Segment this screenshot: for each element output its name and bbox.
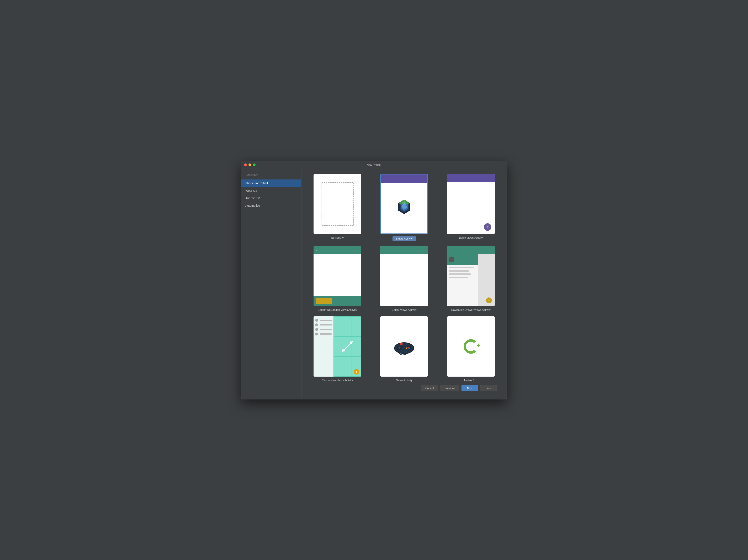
empty-views-header: ← <box>380 246 428 254</box>
bottom-navigation-bar <box>313 296 361 306</box>
overflow-menu-icon: ⋮ <box>449 248 452 252</box>
sidebar-item-android-tv[interactable]: Android TV <box>241 194 301 202</box>
template-label-no-activity: No Activity <box>331 236 344 239</box>
list-line <box>320 320 332 321</box>
nav-drawer-header: ⋮ <box>447 246 495 254</box>
template-preview-basic-views: ← ⋮ + <box>447 174 495 234</box>
template-preview-native-cpp <box>447 316 495 376</box>
game-preview-content <box>380 316 428 376</box>
template-no-activity[interactable]: No Activity <box>306 174 368 241</box>
empty-views-mockup: ← <box>380 246 428 306</box>
window-controls <box>244 164 256 166</box>
basic-views-mockup: ← ⋮ + <box>447 174 495 234</box>
template-preview-nav-drawer: ⋮ <box>447 246 495 306</box>
responsive-grid-panel <box>333 316 361 376</box>
templates-grid: No Activity ← <box>306 174 502 382</box>
previous-button[interactable]: Previous <box>440 385 460 391</box>
back-arrow-icon: ← <box>449 176 452 180</box>
main-content: No Activity ← <box>302 169 507 399</box>
nav-item-line-1 <box>449 267 474 268</box>
template-bottom-nav-activity[interactable]: ← ⋮ Bottom Navigation Views Activity <box>306 246 368 311</box>
sidebar-section-label: Templates <box>241 172 301 179</box>
nav-drawer-content: + <box>447 254 495 306</box>
minimize-button[interactable] <box>249 164 251 166</box>
empty-activity-mockup: ← <box>381 174 427 234</box>
sidebar-item-phone-and-tablet[interactable]: Phone and Tablet <box>241 179 301 187</box>
template-label-basic-views: Basic Views Activity <box>459 236 483 239</box>
game-controller-icon <box>393 338 416 355</box>
svg-point-20 <box>400 343 403 345</box>
template-preview-empty-views: ← <box>380 246 428 306</box>
overflow-menu-icon: ⋮ <box>356 248 359 252</box>
template-label-bottom-nav: Bottom Navigation Views Activity <box>318 308 357 311</box>
template-label-game: Game Activity <box>396 379 412 382</box>
list-dot <box>315 319 318 322</box>
responsive-list-item-3 <box>315 328 332 331</box>
nav-drawer-mockup: ⋮ <box>447 246 495 306</box>
close-button[interactable] <box>244 164 247 166</box>
responsive-list-panel <box>313 316 334 376</box>
back-arrow-icon: ← <box>382 248 385 252</box>
back-arrow-icon: ← <box>315 248 319 252</box>
svg-rect-22 <box>478 344 479 347</box>
list-dot <box>315 333 318 336</box>
template-label-empty-views: Empty Views Activity <box>392 308 417 311</box>
list-line <box>320 324 332 325</box>
nav-drawer-fab: + <box>486 297 492 303</box>
template-empty-activity[interactable]: ← <box>373 174 435 241</box>
svg-point-13 <box>406 346 412 350</box>
template-label-nav-drawer: Navigation Drawer Views Activity <box>451 308 491 311</box>
svg-point-18 <box>407 348 409 349</box>
sidebar-item-automotive[interactable]: Automotive <box>241 202 301 210</box>
no-activity-dashed-box <box>321 182 354 226</box>
next-button[interactable]: Next <box>462 385 478 391</box>
svg-point-17 <box>409 347 411 349</box>
responsive-list-item-2 <box>315 323 332 326</box>
template-empty-views-activity[interactable]: ← Empty Views Activity <box>373 246 435 311</box>
cpp-logo-icon <box>461 337 481 356</box>
responsive-list-item-1 <box>315 319 332 322</box>
template-label-native-cpp: Native C++ <box>464 379 478 382</box>
maximize-button[interactable] <box>253 164 256 166</box>
template-nav-drawer-activity[interactable]: ⋮ <box>440 246 502 311</box>
sidebar-item-wear-os[interactable]: Wear OS <box>241 187 301 194</box>
template-preview-game <box>380 316 428 376</box>
cpp-preview-content <box>447 316 495 376</box>
nav-item-line-2 <box>449 270 469 272</box>
nav-drawer-panel <box>447 254 478 306</box>
fab-button: + <box>484 223 491 231</box>
template-label-responsive: Responsive Views Activity <box>322 379 353 382</box>
responsive-fab: + <box>354 369 359 374</box>
overflow-menu-icon: ⋮ <box>489 176 493 180</box>
responsive-list-item-4 <box>315 333 332 336</box>
template-game-activity[interactable]: Game Activity <box>373 316 435 382</box>
bottom-nav-header: ← ⋮ <box>313 246 361 254</box>
responsive-arrow-container <box>333 316 361 376</box>
nav-drawer-panel-header <box>447 254 478 265</box>
footer: Cancel Previous Next Finish <box>306 382 502 394</box>
template-basic-views-activity[interactable]: ← ⋮ + Basic Views Activity <box>440 174 502 241</box>
basic-views-body: + <box>447 182 495 234</box>
template-preview-empty-activity: ← <box>380 174 428 234</box>
template-label-empty-activity: Empty Activity <box>393 236 416 241</box>
svg-point-19 <box>406 347 407 349</box>
cancel-button[interactable]: Cancel <box>421 385 438 391</box>
content-area: Templates Phone and Tablet Wear OS Andro… <box>241 169 507 399</box>
window-title: New Project <box>367 163 381 166</box>
list-dot <box>315 323 318 326</box>
finish-button[interactable]: Finish <box>480 385 497 391</box>
template-responsive-activity[interactable]: + Responsive Views Activity <box>306 316 368 382</box>
template-preview-bottom-nav: ← ⋮ <box>313 246 361 306</box>
nav-item-line-3 <box>449 273 471 275</box>
bottom-nav-body <box>313 254 361 296</box>
basic-views-header: ← ⋮ <box>447 174 495 182</box>
template-native-cpp[interactable]: Native C++ <box>440 316 502 382</box>
nav-drawer-avatar <box>449 257 454 262</box>
nav-item-line-4 <box>449 277 468 278</box>
svg-rect-15 <box>399 346 400 349</box>
nav-drawer-main: + <box>478 254 495 306</box>
list-dot <box>315 328 318 331</box>
svg-point-16 <box>407 347 409 348</box>
bottom-nav-indicator <box>315 298 332 304</box>
bottom-nav-mockup: ← ⋮ <box>313 246 361 306</box>
